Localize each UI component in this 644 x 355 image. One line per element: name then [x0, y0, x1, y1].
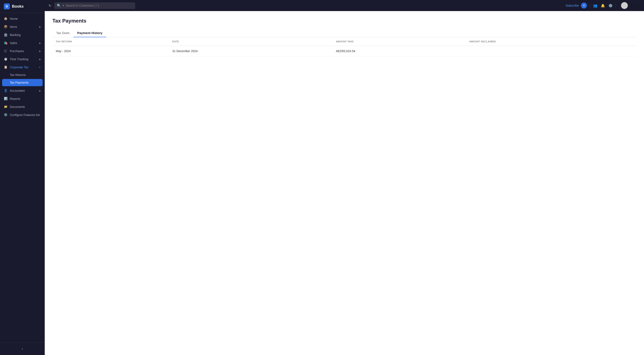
search-bar[interactable]: 🔍 ▾	[54, 2, 135, 9]
sidebar-item-label: Configure Features list	[10, 113, 40, 117]
main-wrapper: ↻ 🔍 ▾ Subscribe + 👥 🔔 ⚙️ ⋮⋮⋮ Tax Payment…	[45, 0, 644, 355]
search-input[interactable]	[66, 4, 133, 7]
sidebar-footer: ‹	[0, 343, 45, 355]
col-amount-reclaimed: AMOUNT RECLAIMED	[466, 37, 636, 46]
sidebar-item-label: Home	[10, 17, 18, 20]
sidebar-item-banking[interactable]: 🏦 Banking	[0, 31, 45, 39]
chevron-right-icon: ▶	[39, 89, 41, 92]
add-button[interactable]: +	[581, 2, 587, 8]
sidebar-item-label: Sales	[10, 41, 17, 45]
topbar: ↻ 🔍 ▾ Subscribe + 👥 🔔 ⚙️ ⋮⋮⋮	[45, 0, 644, 11]
chevron-down-icon: ▼	[38, 66, 41, 68]
sidebar-item-label: Accountant	[10, 89, 25, 92]
sidebar-item-label: Corporate Tax	[10, 65, 28, 69]
configure-icon: ⚙️	[4, 113, 8, 117]
app-name: Books	[12, 4, 24, 9]
col-date: DATE	[169, 37, 332, 46]
sidebar-item-label: Documents	[10, 105, 25, 108]
purchases-icon: 🛒	[4, 49, 8, 53]
sidebar-item-corporate-tax[interactable]: 📋 Corporate Tax ▼	[0, 63, 45, 71]
sidebar-item-sales[interactable]: 🛍️ Sales ▶	[0, 39, 45, 47]
sidebar-item-reports[interactable]: 📊 Reports	[0, 95, 45, 103]
sales-icon: 🛍️	[4, 41, 8, 45]
sidebar-sub-item-tax-payments[interactable]: Tax Payments	[2, 79, 42, 86]
reports-icon: 📊	[4, 97, 8, 101]
sidebar-item-label: Reports	[10, 97, 20, 100]
chevron-right-icon: ▶	[39, 50, 41, 52]
sidebar-item-documents[interactable]: 📁 Documents	[0, 103, 45, 111]
subscribe-button[interactable]: Subscribe	[566, 4, 579, 7]
payment-history-table: TAX RETURN DATE AMOUNT PAID AMOUNT RECLA…	[52, 37, 636, 56]
sidebar: B Books 🏠 Home 📦 Items ▶ 🏦 Banking 🛍️ Sa…	[0, 0, 45, 355]
chevron-right-icon: ▶	[39, 25, 41, 28]
sidebar-item-label: Banking	[10, 33, 21, 37]
sidebar-item-accountant[interactable]: 👤 Accountant ▶	[0, 87, 45, 95]
col-tax-return: TAX RETURN	[52, 37, 169, 46]
items-icon: 📦	[4, 25, 8, 29]
search-icon: 🔍	[57, 3, 61, 8]
sidebar-sub-item-label: Tax Payments	[10, 81, 28, 84]
sidebar-item-label: Items	[10, 25, 17, 28]
settings-icon[interactable]: ⚙️	[608, 3, 613, 8]
content-area: Tax Payments Tax Dues Payment History TA…	[45, 11, 644, 355]
sidebar-item-label: Time Tracking	[10, 57, 28, 61]
corporate-tax-icon: 📋	[4, 65, 8, 69]
sidebar-item-configure[interactable]: ⚙️ Configure Features list	[0, 111, 45, 119]
sidebar-item-purchases[interactable]: 🛒 Purchases ▶	[0, 47, 45, 55]
tabs-bar: Tax Dues Payment History	[52, 29, 636, 37]
sidebar-item-home[interactable]: 🏠 Home	[0, 15, 45, 23]
time-tracking-icon: ⏱️	[4, 57, 8, 61]
sidebar-item-label: Purchases	[10, 49, 24, 53]
cell-amount-reclaimed	[466, 46, 636, 56]
collapse-icon: ‹	[22, 347, 23, 351]
grid-icon[interactable]: ⋮⋮⋮	[630, 3, 640, 8]
cell-amount-paid: AED55,024.54	[332, 46, 466, 56]
sidebar-item-items[interactable]: 📦 Items ▶	[0, 23, 45, 31]
home-icon: 🏠	[4, 17, 8, 21]
sidebar-sub-item-tax-returns[interactable]: Tax Returns	[0, 71, 45, 78]
cell-date: 31 December 2024	[169, 46, 332, 56]
subscribe-area: Subscribe +	[564, 2, 587, 8]
documents-icon: 📁	[4, 105, 8, 109]
banking-icon: 🏦	[4, 33, 8, 37]
sidebar-sub-item-label: Tax Returns	[10, 73, 26, 77]
table-header-row: TAX RETURN DATE AMOUNT PAID AMOUNT RECLA…	[52, 37, 636, 46]
topbar-icons: 👥 🔔 ⚙️	[590, 3, 616, 8]
avatar[interactable]	[621, 2, 628, 9]
sidebar-collapse-button[interactable]: ‹	[4, 345, 41, 353]
tab-tax-dues[interactable]: Tax Dues	[52, 29, 74, 37]
refresh-icon[interactable]: ↻	[48, 3, 51, 8]
accountant-icon: 👤	[4, 89, 8, 93]
app-logo[interactable]: B Books	[0, 0, 45, 13]
chevron-right-icon: ▶	[39, 58, 41, 61]
sidebar-nav: 🏠 Home 📦 Items ▶ 🏦 Banking 🛍️ Sales ▶ 🛒 …	[0, 13, 45, 343]
tab-payment-history[interactable]: Payment History	[74, 29, 106, 37]
notifications-icon[interactable]: 🔔	[601, 3, 605, 8]
sidebar-item-time-tracking[interactable]: ⏱️ Time Tracking ▶	[0, 55, 45, 63]
col-amount-paid: AMOUNT PAID	[332, 37, 466, 46]
chevron-right-icon: ▶	[39, 42, 41, 44]
page-title: Tax Payments	[52, 18, 636, 24]
contacts-icon[interactable]: 👥	[593, 3, 597, 8]
table-row[interactable]: May - 2024 31 December 2024 AED55,024.54	[52, 46, 636, 56]
cell-tax-return: May - 2024	[52, 46, 169, 56]
search-dropdown-icon[interactable]: ▾	[63, 4, 64, 7]
logo-icon: B	[4, 3, 10, 9]
user-area: ⋮⋮⋮	[619, 2, 640, 9]
